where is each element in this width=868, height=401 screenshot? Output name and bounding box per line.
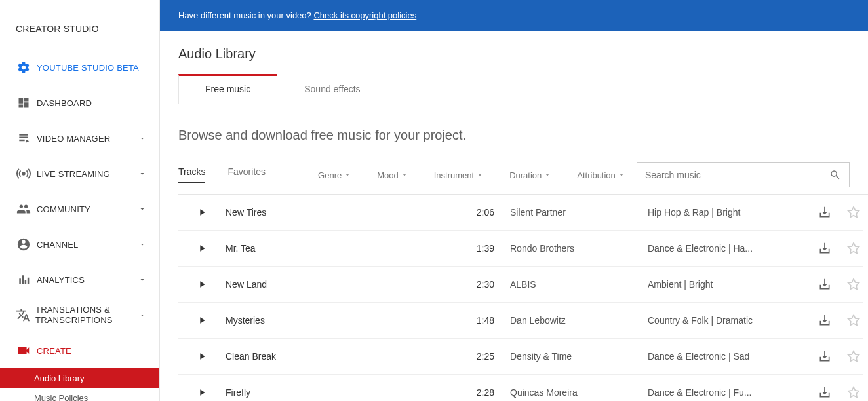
track-artist: ALBIS bbox=[501, 279, 639, 290]
track-duration: 2:25 bbox=[462, 351, 501, 362]
track-actions bbox=[818, 386, 863, 399]
banner-text: Have different music in your video? bbox=[178, 10, 313, 20]
star-icon[interactable] bbox=[847, 386, 860, 399]
sidebar-item-studio-beta[interactable]: YOUTUBE STUDIO BETA bbox=[0, 50, 159, 85]
filter-attribution[interactable]: Attribution bbox=[577, 170, 625, 180]
sidebar-item-analytics[interactable]: ANALYTICS bbox=[0, 262, 159, 297]
track-genre: Dance & Electronic | Fu... bbox=[639, 387, 789, 398]
star-icon[interactable] bbox=[847, 206, 860, 219]
track-actions bbox=[818, 350, 863, 363]
track-title: New Land bbox=[226, 279, 462, 290]
sidebar-item-dashboard[interactable]: DASHBOARD bbox=[0, 85, 159, 121]
sidebar-item-channel[interactable]: CHANNEL bbox=[0, 227, 159, 262]
sidebar-item-label: DASHBOARD bbox=[37, 98, 92, 108]
tabs: Free music Sound effects bbox=[160, 73, 868, 104]
chevron-down-icon bbox=[138, 240, 146, 248]
sidebar-item-label: LIVE STREAMING bbox=[37, 169, 110, 179]
main: Have different music in your video? Chec… bbox=[160, 0, 868, 401]
track-title: New Tires bbox=[226, 207, 462, 218]
subtab-favorites[interactable]: Favorites bbox=[227, 166, 266, 183]
camera-icon bbox=[16, 343, 31, 358]
subtab-tracks[interactable]: Tracks bbox=[178, 166, 205, 183]
sidebar: CREATOR STUDIO YOUTUBE STUDIO BETA DASHB… bbox=[0, 0, 160, 401]
banner-link[interactable]: Check its copyright policies bbox=[313, 10, 416, 20]
play-button[interactable] bbox=[178, 315, 226, 326]
filter-genre[interactable]: Genre bbox=[318, 170, 351, 180]
sidebar-item-label: VIDEO MANAGER bbox=[37, 134, 110, 143]
track-title: Firefly bbox=[226, 387, 462, 398]
chevron-down-icon bbox=[138, 134, 146, 142]
track-actions bbox=[818, 206, 863, 219]
filter-instrument[interactable]: Instrument bbox=[434, 170, 483, 180]
search-input[interactable] bbox=[645, 170, 829, 180]
dashboard-icon bbox=[16, 95, 31, 111]
star-icon[interactable] bbox=[847, 314, 860, 327]
caret-down-icon bbox=[344, 172, 351, 178]
sidebar-item-label: CHANNEL bbox=[37, 240, 79, 250]
gear-icon bbox=[16, 60, 31, 75]
tab-free-music[interactable]: Free music bbox=[178, 74, 277, 104]
chevron-down-icon bbox=[138, 170, 146, 178]
copyright-banner: Have different music in your video? Chec… bbox=[160, 0, 868, 31]
sidebar-item-label: YOUTUBE STUDIO BETA bbox=[37, 63, 139, 73]
track-artist: Rondo Brothers bbox=[501, 243, 639, 254]
caret-down-icon bbox=[401, 172, 408, 178]
download-icon[interactable] bbox=[818, 242, 831, 255]
sidebar-item-translations[interactable]: TRANSLATIONS & TRANSCRIPTIONS bbox=[0, 297, 159, 333]
sidebar-sub-music-policies[interactable]: Music Policies bbox=[0, 388, 159, 401]
track-actions bbox=[818, 278, 863, 291]
chevron-down-icon bbox=[138, 205, 146, 213]
track-duration: 2:06 bbox=[462, 207, 501, 218]
filter-duration[interactable]: Duration bbox=[509, 170, 551, 180]
play-button[interactable] bbox=[178, 279, 226, 290]
search-box[interactable] bbox=[637, 162, 850, 187]
community-icon bbox=[16, 201, 31, 217]
sidebar-item-live-streaming[interactable]: LIVE STREAMING bbox=[0, 156, 159, 191]
sidebar-item-label: TRANSLATIONS & TRANSCRIPTIONS bbox=[35, 305, 144, 325]
sidebar-item-label: CREATE bbox=[37, 346, 71, 356]
download-icon[interactable] bbox=[818, 386, 831, 399]
subtitle: Browse and download free music for your … bbox=[178, 104, 868, 162]
subtabs: Tracks Favorites bbox=[178, 166, 266, 183]
controls: Tracks Favorites Genre Mood Instrument D… bbox=[178, 162, 868, 195]
sidebar-item-create[interactable]: CREATE bbox=[0, 333, 159, 368]
page-title: Audio Library bbox=[178, 31, 868, 73]
track-row: Clean Break2:25Density & TimeDance & Ele… bbox=[178, 339, 863, 375]
track-title: Mysteries bbox=[226, 315, 462, 326]
star-icon[interactable] bbox=[847, 350, 860, 363]
download-icon[interactable] bbox=[818, 278, 831, 291]
track-row: Mysteries1:48Dan LebowitzCountry & Folk … bbox=[178, 303, 863, 339]
play-button[interactable] bbox=[178, 207, 226, 218]
star-icon[interactable] bbox=[847, 242, 860, 255]
track-genre: Ambient | Bright bbox=[639, 279, 789, 290]
caret-down-icon bbox=[477, 172, 483, 178]
sidebar-item-video-manager[interactable]: VIDEO MANAGER bbox=[0, 121, 159, 156]
sidebar-title: CREATOR STUDIO bbox=[0, 10, 159, 50]
analytics-icon bbox=[16, 272, 31, 288]
caret-down-icon bbox=[618, 172, 625, 178]
track-row: Firefly2:28Quincas MoreiraDance & Electr… bbox=[178, 375, 863, 401]
filter-mood[interactable]: Mood bbox=[377, 170, 408, 180]
track-actions bbox=[818, 242, 863, 255]
track-title: Clean Break bbox=[226, 351, 462, 362]
track-duration: 2:30 bbox=[462, 279, 501, 290]
download-icon[interactable] bbox=[818, 350, 831, 363]
track-list[interactable]: New Tires2:06Silent PartnerHip Hop & Rap… bbox=[178, 195, 868, 401]
play-button[interactable] bbox=[178, 387, 226, 398]
search-icon bbox=[829, 169, 841, 181]
play-button[interactable] bbox=[178, 351, 226, 362]
tab-sound-effects[interactable]: Sound effects bbox=[277, 74, 387, 104]
track-genre: Dance & Electronic | Sad bbox=[639, 351, 789, 362]
track-row: Mr. Tea1:39Rondo BrothersDance & Electro… bbox=[178, 231, 863, 267]
account-icon bbox=[16, 237, 31, 252]
sidebar-item-community[interactable]: COMMUNITY bbox=[0, 191, 159, 227]
track-genre: Country & Folk | Dramatic bbox=[639, 315, 789, 326]
play-button[interactable] bbox=[178, 243, 226, 254]
sidebar-item-label: ANALYTICS bbox=[37, 275, 85, 285]
download-icon[interactable] bbox=[818, 206, 831, 219]
sidebar-item-label: COMMUNITY bbox=[37, 204, 90, 214]
chevron-down-icon bbox=[138, 311, 146, 319]
sidebar-sub-audio-library[interactable]: Audio Library bbox=[0, 368, 159, 388]
download-icon[interactable] bbox=[818, 314, 831, 327]
star-icon[interactable] bbox=[847, 278, 860, 291]
